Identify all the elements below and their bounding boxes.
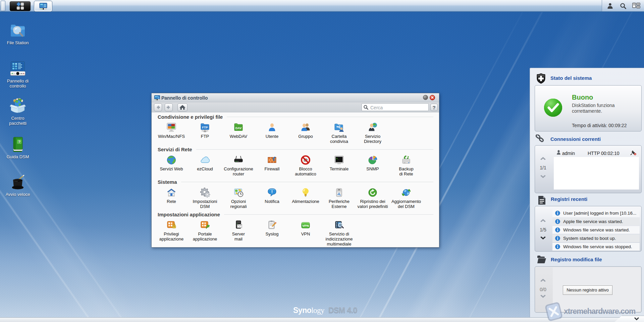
svg-text:DAV: DAV — [235, 126, 241, 130]
svg-text:>_: >_ — [336, 157, 339, 160]
svg-text:FTP: FTP — [202, 126, 208, 129]
svg-text:!: ! — [271, 189, 273, 194]
svg-text:?: ? — [18, 140, 20, 144]
svg-text:VPN: VPN — [302, 224, 309, 227]
